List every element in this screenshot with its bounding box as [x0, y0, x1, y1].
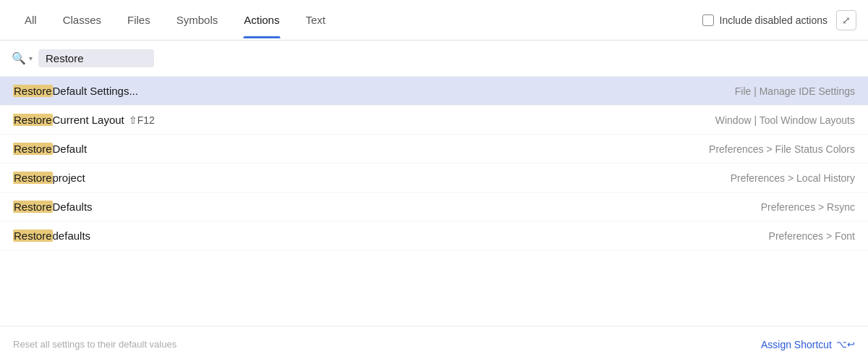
result-name: Restore Current Layout ⇧F12: [13, 114, 155, 126]
result-path: Preferences > File Status Colors: [709, 143, 855, 155]
assign-shortcut-label: Assign Shortcut: [761, 339, 832, 350]
table-row[interactable]: Restore Default Preferences > File Statu…: [0, 135, 868, 164]
result-name-rest: Current Layout: [53, 114, 124, 126]
search-dropdown-arrow[interactable]: ▾: [29, 54, 33, 62]
table-row[interactable]: Restore project Preferences > Local Hist…: [0, 164, 868, 193]
search-icon-area: 🔍 ▾: [12, 51, 33, 65]
tab-classes[interactable]: Classes: [50, 2, 114, 38]
result-name-rest: Default Settings...: [53, 85, 138, 97]
result-name: Restore project: [13, 172, 85, 184]
tab-bar: All Classes Files Symbols Actions Text I…: [0, 0, 868, 41]
search-icon: 🔍: [12, 51, 26, 65]
tab-symbols[interactable]: Symbols: [163, 2, 231, 38]
result-highlight: Restore: [13, 143, 53, 155]
result-name: Restore Default Settings...: [13, 85, 138, 97]
assign-shortcut-button[interactable]: Assign Shortcut ⌥↩: [761, 339, 855, 350]
result-highlight: Restore: [13, 230, 53, 242]
include-disabled-checkbox[interactable]: [702, 14, 714, 26]
result-name: Restore Defaults: [13, 201, 93, 213]
main-content: 🔍 ▾ Restore Default Settings... File | M…: [0, 41, 868, 362]
footer: Reset all settings to their default valu…: [0, 326, 868, 362]
table-row[interactable]: Restore Default Settings... File | Manag…: [0, 77, 868, 106]
table-row[interactable]: Restore Defaults Preferences > Rsync: [0, 193, 868, 222]
result-name: Restore defaults: [13, 230, 90, 242]
table-row[interactable]: Restore defaults Preferences > Font: [0, 222, 868, 251]
result-shortcut: ⇧F12: [129, 114, 155, 126]
collapse-button[interactable]: ⤢: [836, 10, 856, 30]
search-bar: 🔍 ▾: [0, 41, 868, 77]
results-area: Restore Default Settings... File | Manag…: [0, 77, 868, 326]
result-highlight: Restore: [13, 114, 53, 126]
tab-actions[interactable]: Actions: [231, 2, 292, 38]
result-highlight: Restore: [13, 172, 53, 184]
result-name-rest: Default: [53, 143, 88, 155]
table-row[interactable]: Restore Current Layout ⇧F12 Window | Too…: [0, 106, 868, 135]
result-path: File | Manage IDE Settings: [735, 85, 855, 97]
tab-files[interactable]: Files: [114, 2, 163, 38]
result-path: Preferences > Font: [769, 230, 855, 242]
result-name-rest: defaults: [53, 230, 91, 242]
result-highlight: Restore: [13, 201, 53, 213]
tab-all[interactable]: All: [12, 2, 50, 38]
result-path: Preferences > Rsync: [761, 201, 855, 213]
search-input[interactable]: [38, 49, 154, 67]
include-disabled-text: Include disabled actions: [720, 14, 827, 26]
shortcut-symbol: ⌥↩: [836, 339, 855, 350]
result-highlight: Restore: [13, 85, 53, 97]
result-path: Window | Tool Window Layouts: [715, 114, 855, 126]
result-path: Preferences > Local History: [731, 172, 855, 184]
include-disabled-label[interactable]: Include disabled actions: [702, 14, 827, 26]
tab-text[interactable]: Text: [292, 2, 339, 38]
result-name-rest: Defaults: [53, 201, 93, 213]
result-name: Restore Default: [13, 143, 87, 155]
footer-hint: Reset all settings to their default valu…: [13, 339, 176, 350]
collapse-icon: ⤢: [842, 14, 851, 26]
result-name-rest: project: [53, 172, 85, 184]
